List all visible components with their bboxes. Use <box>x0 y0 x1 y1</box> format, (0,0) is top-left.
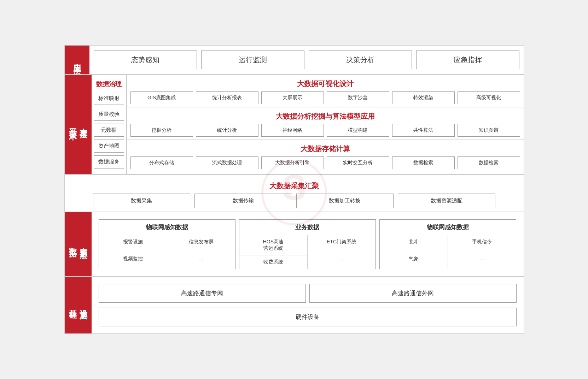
collect-item-3: 数据资源适配 <box>398 194 495 208</box>
infra-hardware: 硬件设备 <box>99 308 517 326</box>
app-item-0: 态势感知 <box>94 51 197 69</box>
collect-row: S 大数据采集汇聚 数据采集 数据传输 数据加工转换 数据资源适配 <box>65 175 524 212</box>
storage-title: 大数据存储计算 <box>130 142 520 156</box>
viz-item-1: 统计分析报表 <box>196 91 258 104</box>
storage-items: 分布式存储 流式数据处理 大数据分析引擎 实时交互分析 数据检索 数据检索 <box>130 156 520 169</box>
viz-item-3: 数字沙盘 <box>327 91 389 104</box>
ds-group-title-2: 物联网感知数据 <box>380 220 516 235</box>
storage-item-1: 流式数据处理 <box>196 156 258 169</box>
ds-col-1-0: HOS高速 营运系统 收费系统 <box>239 235 308 269</box>
storage-item-4: 数据检索 <box>392 156 455 169</box>
storage-item-5: 数据检索 <box>458 156 520 169</box>
collect-item-1: 数据传输 <box>194 194 292 208</box>
ds-groups: 物联网感知数据 报警设施 视频监控 信息发布屏 ... 业务数据 <box>95 216 520 273</box>
infra-network-row: 高速路通信专网 高速路通信外网 <box>95 280 520 305</box>
analytics-item-0: 挖掘分析 <box>130 124 193 137</box>
ds-col-2-1: 手机信令 ... <box>448 235 516 269</box>
ds-cell-2-0-1: 气象 <box>380 252 448 269</box>
viz-item-4: 特效渲染 <box>392 91 455 104</box>
ds-group-1: 业务数据 HOS高速 营运系统 收费系统 ETC门架系统 ... <box>239 219 376 269</box>
data-gov-item-0: 标准映射 <box>94 92 124 105</box>
infra-network-1: 高速路通信外网 <box>309 284 517 303</box>
storage-item-3: 实时交互分析 <box>327 156 389 169</box>
analytics-title: 大数据分析挖掘与算法模型应用 <box>130 109 520 124</box>
datasource-layer-label: 数据来源层 <box>65 212 92 276</box>
analytics-item-5: 知识图谱 <box>458 124 520 137</box>
viz-title: 大数据可视化设计 <box>130 77 520 91</box>
viz-items: GIS底图集成 统计分析报表 大屏展示 数字沙盘 特效渲染 高级可视化 <box>130 91 520 104</box>
ds-cell-2-1-0: 手机信令 <box>448 235 516 252</box>
collect-items: 数据采集 数据传输 数据加工转换 数据资源适配 <box>93 194 495 208</box>
ds-col-2-0: 北斗 气象 <box>380 235 448 269</box>
analytics-item-2: 神经网络 <box>261 124 324 137</box>
architecture-diagram: 应用层 态势感知 运行监测 决策分析 应急指挥 平台技术支撑层 数据治理 标准映… <box>64 45 524 334</box>
storage-item-2: 大数据分析引擎 <box>261 156 324 169</box>
ds-col-0-1: 信息发布屏 ... <box>167 235 235 269</box>
platform-main-content: 大数据可视化设计 GIS底图集成 统计分析报表 大屏展示 数字沙盘 特效渲染 高… <box>127 75 524 174</box>
analytics-item-4: 共性算法 <box>392 124 455 137</box>
app-layer-label: 应用层 <box>65 46 89 74</box>
storage-item-0: 分布式存储 <box>130 156 193 169</box>
app-item-1: 运行监测 <box>201 51 304 69</box>
ds-col-0-0: 报警设施 视频监控 <box>99 235 167 269</box>
analytics-item-1: 统计分析 <box>196 124 258 137</box>
platform-layer-content: 数据治理 标准映射 质量校验 元数据 资产地图 数据服务 大数据可视化设计 GI… <box>92 75 524 174</box>
ds-group-items-1: HOS高速 营运系统 收费系统 ETC门架系统 ... <box>239 235 375 269</box>
app-layer-content: 态势感知 运行监测 决策分析 应急指挥 <box>89 46 524 74</box>
ds-cell-1-1-0: ETC门架系统 <box>308 235 375 252</box>
infra-content: 高速路通信专网 高速路通信外网 硬件设备 <box>92 277 524 333</box>
ds-cell-1-0-0: HOS高速 营运系统 <box>239 235 307 255</box>
ds-cell-2-0-0: 北斗 <box>380 235 448 252</box>
ds-group-items-0: 报警设施 视频监控 信息发布屏 ... <box>99 235 235 269</box>
data-gov-item-4: 数据服务 <box>94 155 124 168</box>
collect-title: 大数据采集汇聚 <box>93 178 495 194</box>
ds-cell-0-0-1: 视频监控 <box>99 252 167 269</box>
data-gov-title: 数据治理 <box>94 78 124 92</box>
ds-group-title-1: 业务数据 <box>239 220 375 235</box>
collect-content: 大数据采集汇聚 数据采集 数据传输 数据加工转换 数据资源适配 <box>65 175 524 212</box>
analytics-section: 大数据分析挖掘与算法模型应用 挖掘分析 统计分析 神经网络 模型构建 共性算法 … <box>127 107 524 140</box>
app-item-3: 应急指挥 <box>416 51 519 69</box>
analytics-item-3: 模型构建 <box>327 124 389 137</box>
ds-cell-2-1-1: ... <box>448 252 516 269</box>
ds-group-items-2: 北斗 气象 手机信令 ... <box>380 235 516 269</box>
platform-layer-label: 平台技术支撑层 <box>65 75 92 174</box>
data-gov-item-1: 质量校验 <box>94 108 124 121</box>
viz-item-2: 大屏展示 <box>261 91 324 104</box>
ds-cell-0-0-0: 报警设施 <box>99 235 167 252</box>
storage-section: 大数据存储计算 分布式存储 流式数据处理 大数据分析引擎 实时交互分析 数据检索… <box>127 140 524 172</box>
infra-layer-label: 基础设施层 <box>65 277 92 333</box>
ds-cell-1-1-1: ... <box>308 252 375 269</box>
app-item-2: 决策分析 <box>309 51 412 69</box>
platform-layer-row: 平台技术支撑层 数据治理 标准映射 质量校验 元数据 资产地图 数据服务 大数据… <box>65 75 524 175</box>
app-layer-row: 应用层 态势感知 运行监测 决策分析 应急指挥 <box>65 46 524 75</box>
ds-cell-0-1-0: 信息发布屏 <box>167 235 235 252</box>
infra-network-0: 高速路通信专网 <box>99 284 306 303</box>
data-gov-item-3: 资产地图 <box>94 140 124 153</box>
ds-group-0: 物联网感知数据 报警设施 视频监控 信息发布屏 ... <box>99 219 235 269</box>
infra-layer-row: 基础设施层 高速路通信专网 高速路通信外网 硬件设备 <box>65 277 524 333</box>
collect-item-2: 数据加工转换 <box>296 194 394 208</box>
ds-group-title-0: 物联网感知数据 <box>99 220 235 235</box>
data-gov-item-2: 元数据 <box>94 124 124 137</box>
datasource-content: 物联网感知数据 报警设施 视频监控 信息发布屏 ... 业务数据 <box>92 212 524 276</box>
data-governance-panel: 数据治理 标准映射 质量校验 元数据 资产地图 数据服务 <box>92 75 127 174</box>
viz-item-5: 高级可视化 <box>458 91 520 104</box>
collect-item-0: 数据采集 <box>93 194 191 208</box>
viz-item-0: GIS底图集成 <box>130 91 193 104</box>
datasource-layer-row: 数据来源层 物联网感知数据 报警设施 视频监控 信息发布屏 ... <box>65 212 524 277</box>
ds-col-1-1: ETC门架系统 ... <box>308 235 375 269</box>
ds-cell-0-1-1: ... <box>167 252 235 269</box>
analytics-items: 挖掘分析 统计分析 神经网络 模型构建 共性算法 知识图谱 <box>130 124 520 137</box>
viz-section: 大数据可视化设计 GIS底图集成 统计分析报表 大屏展示 数字沙盘 特效渲染 高… <box>127 75 524 107</box>
ds-group-2: 物联网感知数据 北斗 气象 手机信令 ... <box>379 219 516 269</box>
ds-cell-1-0-1: 收费系统 <box>239 255 307 269</box>
